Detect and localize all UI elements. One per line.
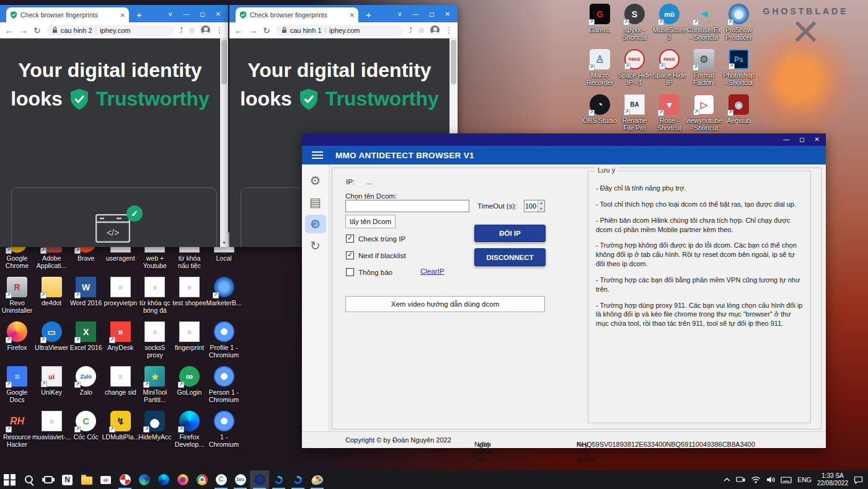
change-ip-button[interactable]: ĐỔI IP [474, 225, 546, 242]
logs-icon[interactable]: ▤ [305, 193, 326, 212]
device-icon[interactable] [736, 477, 745, 483]
ip-settings-icon[interactable]: ⚙ IP [305, 215, 326, 233]
maximize-button[interactable]: ◻ [429, 11, 434, 17]
notification-center-icon[interactable] [854, 476, 863, 484]
desktop-icon[interactable]: ≡ fingerprint [172, 321, 206, 366]
desktop-icon[interactable]: ⚙ Format Factory [687, 49, 721, 94]
scrollbar-down-arrow-icon[interactable]: ▼ [220, 239, 228, 247]
volume-icon[interactable] [766, 476, 775, 483]
minimize-button[interactable]: — [183, 11, 189, 17]
share-icon[interactable]: ⤴ [409, 26, 412, 35]
desktop-icon[interactable]: ◎ ProShow Producer [722, 4, 756, 49]
checkbox[interactable] [346, 235, 354, 243]
desktop-icon[interactable]: ≡ từ khóa qc bóng đá [138, 277, 172, 321]
stepper-up-icon[interactable]: ▲ [538, 200, 544, 206]
profile-chevron-icon[interactable]: ∨ [397, 11, 402, 17]
desktop-icon[interactable]: ≡ muaviaviet-... [35, 411, 69, 455]
desktop-icon[interactable]: ▭ UltraViewer [35, 321, 69, 366]
get-dcom-button[interactable]: lấy tên Dcom [345, 215, 396, 228]
settings-icon[interactable]: ⚙ [305, 171, 326, 190]
back-icon[interactable]: ← [234, 26, 243, 35]
back-icon[interactable]: ← [5, 26, 14, 35]
forward-icon[interactable]: → [249, 26, 257, 35]
checkbox-row[interactable]: Check trùng IP [346, 230, 406, 247]
close-button[interactable]: ✕ [445, 11, 450, 17]
keyboard-icon[interactable] [781, 477, 792, 483]
wifi-icon[interactable] [751, 476, 761, 483]
desktop-icon[interactable]: ≡ Google Docs [0, 366, 34, 411]
desktop-icon[interactable]: Firefox Develop... [172, 411, 206, 455]
language-indicator[interactable]: ENG [797, 476, 812, 483]
close-button[interactable]: ✕ [216, 11, 221, 17]
dcom-name-input[interactable] [345, 200, 469, 212]
browser-tab[interactable]: Check browser fingerprints ✕ [236, 7, 358, 22]
desktop-icon[interactable]: Zalo Zalo [69, 366, 103, 411]
desktop-icon[interactable]: » AnyDesk [104, 321, 138, 366]
desktop-icon[interactable]: 1 - Chromium [207, 411, 241, 455]
browser-tab[interactable]: Check browser fingerprints ✕ [6, 7, 129, 22]
desktop-icon[interactable]: de4dot [35, 277, 69, 321]
forward-icon[interactable]: → [19, 26, 28, 35]
scrollbar-thumb[interactable] [451, 40, 456, 84]
desktop-icon[interactable]: ui UniKey [35, 366, 69, 411]
bookmark-star-icon[interactable]: ☆ [418, 26, 425, 35]
kebab-menu-icon[interactable]: ⋮ [445, 26, 453, 35]
desktop-icon[interactable]: FAKE Space Hide IP [652, 49, 686, 94]
reload-icon[interactable]: ↻ [263, 26, 270, 35]
refresh-icon[interactable]: ↻ [305, 236, 326, 255]
profile-chevron-icon[interactable]: ∨ [168, 11, 172, 17]
desktop-icon[interactable]: ≡ socks5 proxy [138, 321, 172, 366]
desktop-icon[interactable]: ∞ GoLogin [172, 366, 206, 411]
checkbox[interactable] [346, 268, 354, 276]
desktop-icon[interactable]: ◄ ConfuserEx - Shortcut [687, 4, 721, 49]
avatar[interactable] [201, 25, 210, 35]
desktop-icon[interactable]: R Revo Uninstaller [0, 277, 34, 321]
minimize-button[interactable]: — [412, 11, 418, 17]
scrollbar-thumb[interactable] [221, 40, 227, 84]
desktop-icon[interactable]: ↯ LDMultiPla... [104, 411, 138, 455]
desktop-icon[interactable]: X Excel 2016 [69, 321, 103, 366]
desktop-icon[interactable]: RH Resource Hacker [0, 411, 34, 455]
desktop-icon[interactable]: G Garena [583, 4, 617, 49]
browser-check-card[interactable]: </> ✓ BROWSER [11, 187, 217, 247]
tray-chevron-up-icon[interactable] [724, 477, 730, 482]
tab-close-icon[interactable]: ✕ [350, 12, 355, 19]
new-tab-button[interactable]: + [366, 9, 371, 20]
kebab-menu-icon[interactable]: ⋮ [216, 26, 223, 35]
desktop-icon[interactable]: Ps Photoshop - Shortcut [722, 49, 756, 94]
desktop-icon[interactable]: ★ MiniTool Partiti... [138, 366, 172, 411]
desktop-icon[interactable]: Firefox [0, 321, 34, 366]
clock[interactable]: 1:33 SA 22/08/2022 [817, 472, 848, 488]
checkbox-row[interactable]: Next if blacklist [346, 247, 406, 264]
video-guide-button[interactable]: Xem video hướng dẫn dùng dcom [345, 296, 545, 312]
tab-close-icon[interactable]: ✕ [120, 12, 125, 19]
stepper-down-icon[interactable]: ▼ [538, 206, 544, 212]
desktop-icon[interactable]: ≡ proxyvietpn [104, 277, 138, 321]
timeout-stepper[interactable]: 100 ▲ ▼ [524, 200, 545, 212]
desktop-icon[interactable]: C Cốc Cốc [69, 411, 103, 455]
desktop-icon[interactable]: FAKE Space Hide IP - 1 [618, 49, 652, 94]
new-tab-button[interactable]: + [136, 9, 142, 20]
maximize-button[interactable]: ◻ [200, 11, 205, 17]
desktop-icon[interactable]: ≡ test shopee [172, 277, 206, 321]
maximize-button[interactable]: ◻ [799, 137, 804, 143]
desktop-icon[interactable]: Profile 1 - Chromium [207, 321, 241, 366]
desktop-icon[interactable]: mû MuseScore 3 [652, 4, 686, 49]
desktop-icon[interactable]: W Word 2016 [69, 277, 103, 321]
close-button[interactable]: ✕ [815, 137, 820, 143]
desktop-icon[interactable]: MarketerB... [207, 277, 241, 321]
address-bar[interactable]: cau hinh 1 | iphey.com [276, 25, 404, 36]
hamburger-menu-icon[interactable] [312, 151, 323, 159]
desktop-icon[interactable]: HideMyAcc [138, 411, 172, 455]
disconnect-button[interactable]: DISCONNECT [474, 248, 546, 266]
desktop-icon[interactable]: ♙ Macro Recorder [583, 49, 617, 94]
clear-ip-link[interactable]: ClearIP [420, 267, 444, 275]
share-icon[interactable]: ⤴ [179, 26, 183, 35]
address-bar[interactable]: cau hinh 2 | iphey.com [46, 25, 174, 36]
desktop-icon[interactable]: S spyxx - Shortcut [618, 4, 652, 49]
desktop-icon[interactable]: Person 1 - Chromium [207, 366, 241, 411]
reload-icon[interactable]: ↻ [33, 26, 41, 35]
avatar[interactable] [430, 25, 440, 35]
checkbox[interactable] [346, 251, 354, 259]
minimize-button[interactable]: — [783, 137, 789, 143]
